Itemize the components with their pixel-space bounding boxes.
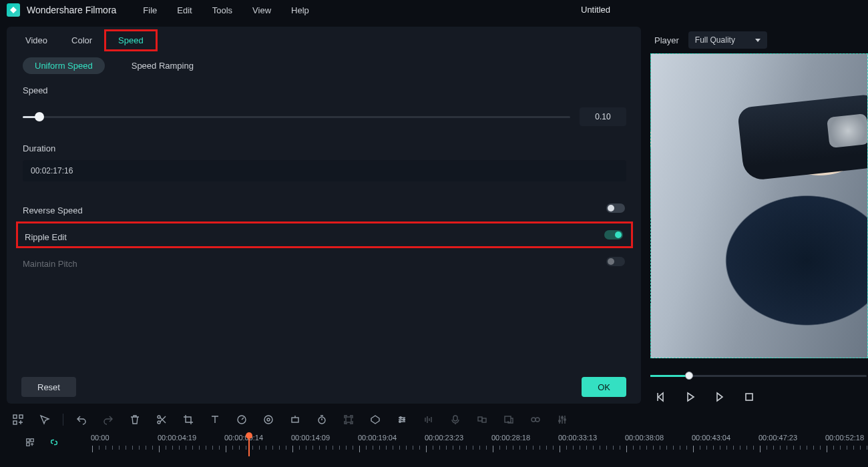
menubar: Wondershare Filmora File Edit Tools View… xyxy=(0,0,868,20)
menu-file[interactable]: File xyxy=(143,5,157,15)
audio-icon xyxy=(423,414,435,426)
svg-point-11 xyxy=(264,416,272,424)
preview-seek-bar[interactable] xyxy=(650,368,868,384)
svg-rect-6 xyxy=(19,415,23,418)
ruler-time-label: 00:00:04:19 xyxy=(158,434,196,442)
add-media-icon[interactable] xyxy=(12,414,24,426)
mask-icon[interactable] xyxy=(369,414,381,426)
menu-tools[interactable]: Tools xyxy=(212,5,232,15)
ruler-time-label: 00:00:47:23 xyxy=(758,434,797,442)
playhead[interactable] xyxy=(246,432,252,439)
ruler-time-label: 00:00:28:18 xyxy=(491,434,530,442)
keyframe-icon[interactable] xyxy=(289,414,301,426)
speed-slider-thumb[interactable] xyxy=(35,112,44,121)
timeline-ruler[interactable]: 00:0000:00:04:1900:00:09:1400:00:14:0900… xyxy=(12,432,868,459)
redo-icon xyxy=(102,414,114,426)
ruler-time-label: 00:00 xyxy=(91,434,110,442)
track-manage-icon[interactable] xyxy=(24,436,36,448)
reset-button[interactable]: Reset xyxy=(21,377,76,397)
duration-label: Duration xyxy=(23,143,626,153)
seek-thumb[interactable] xyxy=(685,372,693,380)
ruler-time-label: 00:00:09:14 xyxy=(224,434,263,442)
svg-point-8 xyxy=(158,421,160,424)
video-preview[interactable] xyxy=(650,53,868,358)
ruler-time-label: 00:00:14:09 xyxy=(291,434,330,442)
menu-help[interactable]: Help xyxy=(291,5,309,15)
inspector-footer: Reset OK xyxy=(7,377,641,397)
ruler-time-label: 00:00:43:04 xyxy=(692,434,730,442)
crop-icon[interactable] xyxy=(182,414,194,426)
svg-point-24 xyxy=(535,418,539,422)
ruler-time-label: 00:00:38:08 xyxy=(625,434,664,442)
ripple-edit-toggle[interactable] xyxy=(604,230,623,240)
undo-icon[interactable] xyxy=(75,414,87,426)
svg-rect-19 xyxy=(453,416,457,421)
ruler-time-label: 00:00:23:23 xyxy=(425,434,463,442)
svg-point-12 xyxy=(267,418,270,421)
prev-frame-icon[interactable] xyxy=(654,390,668,404)
link-icon[interactable] xyxy=(48,436,60,448)
svg-rect-5 xyxy=(13,415,17,418)
reverse-speed-toggle[interactable] xyxy=(606,203,625,213)
duration-input[interactable]: 00:02:17:16 xyxy=(23,160,626,181)
preview-content xyxy=(737,93,868,181)
reverse-speed-row: Reverse Speed xyxy=(23,195,626,221)
svg-marker-0 xyxy=(658,393,663,401)
next-frame-icon[interactable] xyxy=(713,390,726,404)
preview-panel: Player Full Quality xyxy=(650,27,868,404)
ripple-edit-row: Ripple Edit xyxy=(16,221,633,248)
svg-rect-15 xyxy=(346,417,351,422)
timeline-area: 00:0000:00:04:1900:00:09:1400:00:14:0900… xyxy=(0,410,868,459)
app-logo-icon xyxy=(7,3,20,17)
maintain-pitch-row: Maintain Pitch xyxy=(23,248,626,275)
timer-icon[interactable] xyxy=(316,414,328,426)
tab-speed[interactable]: Speed xyxy=(104,29,158,51)
svg-rect-21 xyxy=(482,418,486,422)
document-title: Untitled xyxy=(581,5,610,15)
speed-value-input[interactable]: 0.10 xyxy=(580,107,626,126)
frame-icon xyxy=(343,414,355,426)
subtab-uniform-speed[interactable]: Uniform Speed xyxy=(23,57,105,74)
speed-slider[interactable] xyxy=(23,116,570,118)
tab-color[interactable]: Color xyxy=(59,31,104,49)
svg-marker-2 xyxy=(688,393,694,401)
delete-icon[interactable] xyxy=(129,414,141,426)
main-tabs: Video Color Speed xyxy=(7,27,641,53)
player-label: Player xyxy=(654,35,679,45)
color-icon[interactable] xyxy=(262,414,274,426)
ruler-time-label: 00:00:19:04 xyxy=(358,434,397,442)
play-icon[interactable] xyxy=(684,390,697,404)
group3-icon xyxy=(529,414,541,426)
app-name: Wondershare Filmora xyxy=(27,5,116,15)
adjust-icon[interactable] xyxy=(396,414,408,426)
main-area: Video Color Speed Uniform Speed Speed Ra… xyxy=(0,20,868,404)
group2-icon xyxy=(503,414,515,426)
speed-icon[interactable] xyxy=(236,414,248,426)
split-icon[interactable] xyxy=(156,414,168,426)
svg-marker-3 xyxy=(717,393,722,401)
ruler-time-label: 00:00:33:13 xyxy=(558,434,597,442)
tab-video[interactable]: Video xyxy=(13,31,59,49)
svg-rect-30 xyxy=(27,443,29,446)
svg-rect-7 xyxy=(13,421,17,424)
timeline-toolbar xyxy=(12,410,868,430)
inspector-panel: Video Color Speed Uniform Speed Speed Ra… xyxy=(7,27,641,404)
reverse-speed-label: Reverse Speed xyxy=(23,205,83,215)
svg-point-9 xyxy=(158,416,160,418)
ruler-time-label: 00:00:52:18 xyxy=(825,434,864,442)
svg-rect-29 xyxy=(31,439,33,442)
text-icon[interactable] xyxy=(209,414,221,426)
quality-select[interactable]: Full Quality xyxy=(688,31,767,49)
player-controls xyxy=(650,384,868,404)
mixer-icon xyxy=(556,414,568,426)
selection-tool-icon[interactable] xyxy=(39,414,51,426)
ok-button[interactable]: OK xyxy=(582,377,626,397)
svg-rect-13 xyxy=(292,418,298,422)
stop-icon[interactable] xyxy=(742,390,756,404)
menu-view[interactable]: View xyxy=(252,5,271,15)
quality-value: Full Quality xyxy=(695,35,735,45)
voiceover-icon xyxy=(449,414,461,426)
svg-point-23 xyxy=(531,418,535,422)
subtab-speed-ramping[interactable]: Speed Ramping xyxy=(120,57,206,74)
menu-edit[interactable]: Edit xyxy=(177,5,192,15)
